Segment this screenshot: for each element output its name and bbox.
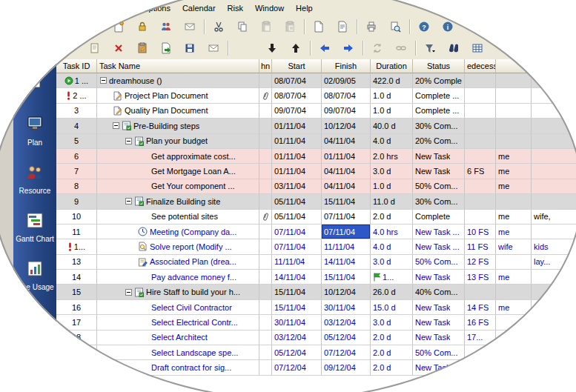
cell-duration[interactable]: 3.0 d (371, 255, 413, 270)
table-row[interactable]: 8Get Your component ...03/11/0404/11/041… (56, 179, 576, 194)
cell-attachment[interactable] (259, 270, 272, 285)
sidebar-item-resource[interactable]: Resource (13, 156, 56, 204)
cell-task-id[interactable]: 6 (56, 149, 97, 164)
cell-resources-extra[interactable] (532, 88, 576, 103)
menu-window[interactable]: Window (249, 1, 290, 15)
cell-predecessor[interactable]: 13 FS (465, 270, 496, 285)
cell-duration[interactable]: 3.0 d (371, 164, 413, 179)
menu-calendar[interactable]: Calendar (176, 1, 222, 15)
cell-start[interactable]: 01/11/04 (272, 164, 322, 179)
cell-duration[interactable]: 1.0 d (371, 104, 413, 119)
cell-resources[interactable] (496, 285, 532, 299)
cell-finish[interactable]: 03/12/04 (322, 315, 371, 330)
notes-icon[interactable] (85, 39, 105, 57)
cell-start[interactable]: 08/07/04 (272, 88, 322, 103)
document-icon[interactable] (308, 18, 328, 36)
cell-task-id[interactable]: 1... (56, 239, 97, 254)
cell-task-name[interactable]: Select Architect (97, 330, 259, 345)
cell-status[interactable]: Complete ... (413, 104, 465, 119)
selected-cell[interactable]: 07/11/04 (322, 225, 371, 239)
cell-attachment[interactable] (259, 119, 272, 133)
cell-resources-extra[interactable]: wife, (532, 210, 576, 225)
cell-start[interactable]: 07/11/04 (272, 225, 322, 239)
cell-duration[interactable]: 1.0 d (371, 179, 413, 194)
collapse-toggle-icon[interactable] (113, 122, 119, 129)
cell-attachment[interactable] (259, 210, 272, 225)
cell-status[interactable]: New Task ... (413, 239, 465, 254)
cell-resources[interactable]: me (496, 270, 532, 285)
table-row[interactable]: 18Select Architect03/12/0405/12/042.0 dN… (56, 330, 576, 345)
cell-start[interactable]: 01/11/04 (272, 149, 322, 164)
cell-finish[interactable]: 08/07/04 (322, 88, 371, 103)
cell-finish[interactable]: 04/11/04 (322, 179, 371, 194)
column-header-task-name[interactable]: Task Name (97, 59, 259, 73)
cell-attachment[interactable] (259, 149, 272, 164)
cell-task-name[interactable]: Finalize Building site (97, 194, 259, 209)
column-header-status[interactable]: Status (413, 59, 465, 73)
cell-predecessor[interactable]: 11 FS (465, 239, 496, 254)
cell-resources[interactable] (496, 255, 532, 270)
table-row[interactable]: 20Draft contract for sig...07/12/0409/12… (56, 360, 576, 375)
cell-task-name[interactable]: Plan your budget (97, 134, 259, 149)
column-header-extra[interactable] (532, 59, 576, 73)
column-header-duration[interactable]: Duration (371, 59, 413, 73)
cell-finish[interactable]: 04/11/04 (322, 164, 371, 179)
table-grid-icon[interactable] (467, 39, 487, 57)
cell-resources[interactable]: me (496, 210, 532, 225)
link-icon[interactable] (391, 39, 411, 57)
cell-duration[interactable]: 4.0 d (371, 134, 413, 149)
cell-status[interactable]: Complete (413, 210, 465, 225)
cell-resources-extra[interactable] (532, 164, 576, 179)
cell-task-id[interactable]: 1 ... (56, 73, 97, 88)
cell-start[interactable]: 03/12/04 (272, 330, 322, 345)
cell-start[interactable]: 03/11/04 (272, 179, 322, 194)
cell-task-name[interactable]: Pay advance money f... (97, 270, 259, 285)
table-row[interactable]: 3Quality Plan Document09/07/0409/07/041.… (56, 104, 576, 119)
cell-finish[interactable]: 14/11/04 (322, 255, 371, 270)
cell-status[interactable]: 30% Com... (413, 194, 465, 209)
cell-resources[interactable]: me (496, 225, 532, 239)
cell-resources-extra[interactable] (532, 149, 576, 164)
cell-predecessor[interactable] (465, 285, 496, 299)
cell-start[interactable]: 15/11/04 (272, 285, 322, 299)
cell-predecessor[interactable] (465, 119, 496, 133)
cell-duration[interactable]: 2.0 d (371, 360, 413, 375)
cell-resources-extra[interactable]: kids (532, 239, 576, 254)
cell-task-name[interactable]: Get approximate cost... (97, 149, 259, 164)
cell-status[interactable]: Complete ... (413, 88, 465, 103)
cell-task-name[interactable]: Select Civil Contractor (97, 300, 259, 315)
cell-task-id[interactable]: 3 (56, 104, 97, 119)
cell-finish[interactable]: 11/11/04 (322, 239, 371, 254)
cell-task-name[interactable]: Associated Plan (drea... (97, 255, 259, 270)
cell-resources[interactable] (496, 73, 532, 88)
back-arrow-icon[interactable] (314, 39, 334, 57)
cell-resources[interactable] (496, 88, 532, 103)
cell-start[interactable]: 05/11/04 (272, 194, 322, 209)
cell-resources-extra[interactable] (532, 179, 576, 194)
cell-status[interactable]: 30% Com... (413, 119, 465, 133)
cell-task-id[interactable]: 18 (56, 330, 97, 345)
cell-resources[interactable] (496, 330, 532, 345)
find-icon[interactable] (443, 39, 463, 57)
mail-icon[interactable] (203, 39, 223, 57)
column-header-task-id[interactable]: Task ID (56, 59, 97, 73)
cell-predecessor[interactable]: 10 FS (465, 225, 496, 239)
cell-start[interactable]: 05/11/04 (272, 210, 322, 225)
cell-predecessor[interactable] (465, 194, 496, 209)
cell-resources-extra[interactable] (532, 134, 576, 149)
cell-attachment[interactable] (259, 315, 272, 330)
collapse-toggle-icon[interactable] (125, 289, 132, 296)
cell-attachment[interactable] (259, 88, 272, 103)
cell-task-name[interactable]: Solve report (Modify ... (97, 239, 259, 254)
cell-attachment[interactable] (259, 134, 272, 149)
cell-finish[interactable]: 01/11/04 (322, 149, 371, 164)
cell-resources[interactable] (496, 194, 532, 209)
cell-duration[interactable]: 40.0 d (371, 119, 413, 133)
cell-predecessor[interactable]: 6 FS (465, 164, 496, 179)
menu-options[interactable]: Options (136, 1, 176, 15)
cell-resources-extra[interactable] (532, 345, 576, 360)
cell-start[interactable]: 08/07/04 (272, 73, 322, 88)
cell-finish[interactable]: 09/12/04 (322, 360, 371, 375)
cell-status[interactable]: 50% Com... (413, 255, 465, 270)
collapse-toggle-icon[interactable] (125, 198, 132, 205)
